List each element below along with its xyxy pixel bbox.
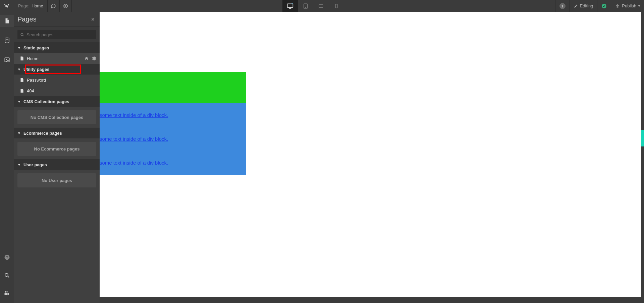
section-label: User pages <box>23 162 47 167</box>
viewport-switcher <box>282 0 344 12</box>
page-item-label: 404 <box>27 88 96 93</box>
comments-button[interactable] <box>48 0 60 12</box>
publish-button[interactable]: Publish ▾ <box>611 0 644 12</box>
section-static-pages[interactable]: ▼ Static pages <box>14 42 100 53</box>
page-indicator-value: Home <box>32 3 43 8</box>
svg-point-16 <box>21 33 23 36</box>
eye-icon <box>63 3 68 9</box>
image-icon <box>4 57 10 63</box>
search-wrap <box>14 27 100 42</box>
svg-point-15 <box>6 291 8 293</box>
close-icon: × <box>91 16 95 23</box>
page-icon <box>19 78 24 82</box>
page-item-home[interactable]: Home <box>14 53 100 64</box>
section-label: Static pages <box>23 45 49 50</box>
horizontal-scrollbar[interactable] <box>100 297 641 303</box>
rail-pages-button[interactable] <box>0 15 14 27</box>
empty-ecommerce: No Ecommerce pages <box>17 142 96 156</box>
page-item-404[interactable]: 404 <box>14 85 100 96</box>
left-rail: ? <box>0 12 14 303</box>
svg-rect-13 <box>4 293 7 295</box>
panel-title: Pages <box>17 15 90 23</box>
rail-video-button[interactable] <box>0 288 14 300</box>
empty-user: No User pages <box>17 173 96 187</box>
svg-point-3 <box>306 7 306 8</box>
editing-mode-button[interactable]: Editing <box>570 0 597 12</box>
section-utility-pages[interactable]: ▼ Utility pages <box>14 64 100 75</box>
panel-header: Pages × <box>14 12 100 27</box>
rail-cms-button[interactable] <box>0 34 14 46</box>
svg-rect-5 <box>335 4 337 8</box>
svg-point-0 <box>65 5 66 7</box>
page-item-label: Password <box>27 78 96 83</box>
publish-label: Publish <box>622 3 636 8</box>
spacer <box>344 0 555 12</box>
topbar-right: 1 Editing Publish ▾ <box>555 0 644 12</box>
main-area: ? Pages × ▼ Static pages <box>0 12 644 303</box>
viewport-landscape-button[interactable] <box>313 0 329 12</box>
publish-icon <box>615 4 620 8</box>
logo-button[interactable] <box>0 0 14 12</box>
panel-close-button[interactable]: × <box>90 16 96 23</box>
viewport-desktop-button[interactable] <box>282 0 298 12</box>
svg-point-9 <box>6 59 6 59</box>
gear-icon[interactable] <box>92 56 96 61</box>
rail-search-button[interactable] <box>0 269 14 282</box>
canvas-link-1[interactable]: some text inside of a div block. <box>100 112 168 118</box>
chat-icon <box>51 3 56 9</box>
rail-help-button[interactable]: ? <box>0 251 14 263</box>
top-bar: Page: Home 1 Editing <box>0 0 644 12</box>
svg-point-12 <box>5 273 8 276</box>
svg-text:?: ? <box>6 255 8 259</box>
page-item-password[interactable]: Password <box>14 75 100 85</box>
desktop-icon <box>286 3 294 9</box>
section-user-pages[interactable]: ▼ User pages <box>14 159 100 170</box>
canvas-link-3[interactable]: some text inside of a div block. <box>100 160 168 166</box>
section-label: CMS Collection pages <box>23 99 69 104</box>
page-icon <box>19 88 24 93</box>
pages-panel: Pages × ▼ Static pages Home ▼ Utility pa… <box>14 12 100 303</box>
empty-cms: No CMS Collection pages <box>17 110 96 124</box>
status-check[interactable] <box>597 0 611 12</box>
tablet-icon <box>303 3 309 9</box>
canvas-link-2[interactable]: some text inside of a div block. <box>100 136 168 142</box>
chevron-down-icon: ▾ <box>638 4 640 8</box>
section-ecommerce-pages[interactable]: ▼ Ecommerce pages <box>14 128 100 138</box>
section-label: Utility pages <box>23 67 49 72</box>
canvas[interactable]: some text inside of a div block. some te… <box>100 12 644 303</box>
section-cms-pages[interactable]: ▼ CMS Collection pages <box>14 96 100 107</box>
right-panel-toggle[interactable] <box>641 130 644 146</box>
database-icon <box>4 37 10 43</box>
search-icon <box>4 272 10 278</box>
search-icon <box>20 33 24 37</box>
search-box[interactable] <box>17 30 96 39</box>
page-icon <box>19 56 24 61</box>
help-icon: ? <box>4 254 10 260</box>
caret-down-icon: ▼ <box>17 68 21 71</box>
changes-count: 1 <box>559 3 566 9</box>
svg-point-7 <box>5 38 9 40</box>
changes-badge[interactable]: 1 <box>555 0 570 12</box>
pencil-icon <box>574 4 578 8</box>
svg-rect-1 <box>287 4 293 7</box>
rail-assets-button[interactable] <box>0 54 14 66</box>
canvas-green-block[interactable] <box>100 72 246 103</box>
home-indicator-icon <box>84 56 89 61</box>
webflow-logo-icon <box>4 3 10 9</box>
svg-point-14 <box>5 291 6 293</box>
preview-button[interactable] <box>60 0 72 12</box>
check-icon <box>601 3 607 9</box>
video-icon <box>4 291 10 297</box>
caret-down-icon: ▼ <box>17 131 21 135</box>
svg-rect-4 <box>319 5 323 7</box>
viewport-tablet-button[interactable] <box>298 0 313 12</box>
mobile-icon <box>334 3 339 9</box>
page-indicator-label: Page: <box>18 3 30 8</box>
search-input[interactable] <box>26 32 94 37</box>
spacer <box>72 0 282 12</box>
page-indicator[interactable]: Page: Home <box>14 0 48 12</box>
caret-down-icon: ▼ <box>17 163 21 167</box>
page-item-label: Home <box>27 56 82 61</box>
viewport-mobile-button[interactable] <box>329 0 344 12</box>
right-rail <box>641 12 644 303</box>
